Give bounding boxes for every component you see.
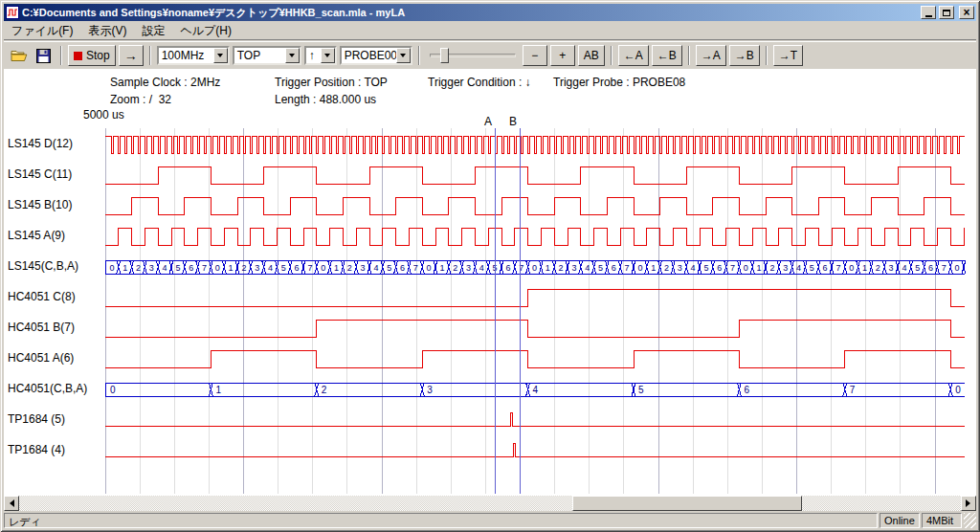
channel-label[interactable]: LS145 D(12)	[8, 137, 73, 150]
toolbar-separator	[418, 46, 420, 65]
run-button[interactable]: →	[119, 45, 144, 66]
jump-b-left-button[interactable]: ←B	[652, 45, 682, 66]
floppy-disk-icon	[36, 49, 51, 63]
zoom-slider[interactable]	[430, 46, 516, 65]
jump-a-right-button[interactable]: →A	[696, 45, 726, 66]
maximize-button[interactable]	[939, 6, 954, 19]
channel-label[interactable]: TP1684 (5)	[8, 412, 65, 426]
toolbar-separator	[611, 46, 612, 65]
channel-label[interactable]: LS145 A(9)	[8, 229, 65, 242]
clock-rate-select[interactable]: 100MHz	[157, 46, 230, 65]
stop-icon	[74, 52, 82, 60]
jump-a-left-button[interactable]: ←A	[618, 45, 649, 66]
zoom-text: Zoom : / 32	[110, 93, 171, 106]
sample-clock-text: Sample Clock : 2MHz	[110, 76, 220, 89]
scroll-track[interactable]	[19, 496, 961, 511]
chevron-down-icon[interactable]	[321, 48, 335, 63]
minimize-button[interactable]	[921, 6, 936, 19]
close-button[interactable]: ×	[959, 6, 974, 19]
trigger-edge-select[interactable]: ↑	[304, 46, 337, 65]
time-scale-text: 5000 us	[83, 108, 124, 122]
chevron-down-icon[interactable]	[396, 48, 411, 63]
triangle-right-icon	[966, 499, 974, 507]
scroll-right-button[interactable]	[961, 496, 976, 511]
trigger-position-value: TOP	[234, 48, 285, 63]
zoom-slider-thumb[interactable]	[440, 48, 449, 63]
triangle-left-icon	[6, 499, 14, 507]
status-ready-text: レディ	[4, 513, 878, 528]
jump-trigger-button[interactable]: →T	[773, 45, 803, 66]
status-bar: レディ Online 4MBit	[4, 513, 976, 528]
chevron-down-icon[interactable]	[213, 48, 228, 63]
menu-item-0[interactable]: ファイル(F)	[4, 21, 80, 41]
maximize-icon	[943, 10, 950, 16]
toolbar: Stop → 100MHz TOP ↑ PROBE00 − + AB ←A ←B	[4, 41, 976, 69]
trigger-position-select[interactable]: TOP	[233, 46, 301, 65]
channel-label[interactable]: TP1684 (4)	[8, 443, 65, 456]
jump-b-right-button[interactable]: →B	[729, 45, 760, 66]
menu-bar: ファイル(F)表示(V)設定ヘルプ(H)	[4, 22, 976, 40]
resize-grip[interactable]	[964, 513, 976, 528]
channel-label[interactable]: HC4051 B(7)	[8, 321, 75, 334]
titlebar[interactable]: C:¥Documents and Settings¥noname¥デスクトップ¥…	[4, 4, 976, 21]
scroll-thumb[interactable]	[572, 496, 802, 511]
channel-label[interactable]: LS145(C,B,A)	[8, 259, 78, 273]
save-button[interactable]	[33, 45, 55, 66]
horizontal-scrollbar[interactable]	[4, 496, 976, 511]
open-folder-icon	[11, 49, 28, 62]
ab-range-button[interactable]: AB	[578, 45, 605, 66]
status-memory-badge: 4MBit	[922, 513, 962, 528]
trigger-condition-text: Trigger Condition : ↓	[428, 76, 531, 89]
clock-rate-value: 100MHz	[159, 48, 213, 63]
zoom-in-button[interactable]: +	[550, 45, 575, 66]
open-file-button[interactable]	[8, 45, 30, 66]
chevron-down-icon[interactable]	[285, 48, 300, 63]
toolbar-separator	[149, 46, 151, 65]
trigger-probe-text: Trigger Probe : PROBE08	[553, 76, 685, 89]
trigger-probe-value: PROBE00	[342, 48, 396, 63]
toolbar-separator	[766, 46, 768, 65]
channel-label[interactable]: LS145 C(11)	[8, 167, 72, 181]
stop-label: Stop	[86, 49, 110, 62]
trigger-position-text: Trigger Position : TOP	[275, 76, 388, 89]
channel-label[interactable]: HC4051(C,B,A)	[8, 382, 87, 395]
close-icon: ×	[963, 8, 969, 17]
scroll-left-button[interactable]	[4, 496, 19, 511]
app-icon	[6, 6, 19, 19]
toolbar-separator	[60, 46, 62, 65]
menu-item-2[interactable]: 設定	[134, 21, 172, 41]
zoom-out-button[interactable]: −	[523, 45, 547, 66]
trigger-edge-value: ↑	[306, 48, 321, 63]
trigger-probe-select[interactable]: PROBE00	[340, 46, 412, 65]
channel-label[interactable]: HC4051 A(6)	[8, 351, 74, 365]
status-online-badge: Online	[880, 513, 920, 528]
channel-label[interactable]: HC4051 C(8)	[8, 290, 76, 303]
channel-label[interactable]: LS145 B(10)	[8, 198, 72, 211]
toolbar-separator	[688, 46, 690, 65]
menu-item-3[interactable]: ヘルプ(H)	[172, 21, 239, 41]
app-window: C:¥Documents and Settings¥noname¥デスクトップ¥…	[0, 0, 980, 532]
window-title: C:¥Documents and Settings¥noname¥デスクトップ¥…	[22, 6, 918, 20]
length-text: Length : 488.000 us	[275, 93, 376, 106]
waveform-client-area	[4, 69, 976, 496]
menu-item-1[interactable]: 表示(V)	[80, 21, 134, 41]
stop-button[interactable]: Stop	[68, 45, 116, 66]
minimize-icon	[925, 15, 932, 17]
